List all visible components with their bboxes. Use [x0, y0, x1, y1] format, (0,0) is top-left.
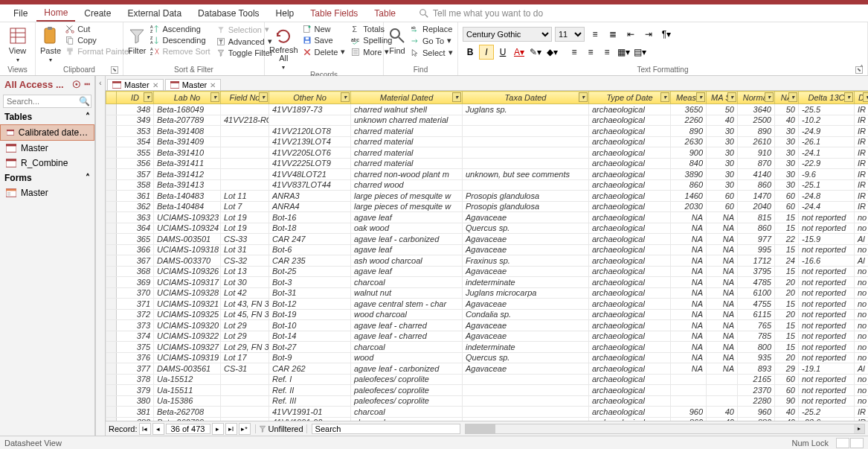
cell[interactable]: 15 — [775, 320, 799, 331]
cell[interactable]: not reported — [799, 266, 855, 277]
cell[interactable]: 378 — [117, 374, 154, 385]
cell[interactable]: 50 — [707, 104, 738, 115]
cell[interactable]: 377 — [117, 363, 154, 375]
table-row[interactable]: 364UCIAMS-109324Lot 19Bot-18oak woodQuer… — [106, 223, 869, 234]
cell[interactable]: Agavaceae — [463, 234, 589, 245]
row-selector[interactable] — [106, 342, 117, 353]
table-row[interactable]: 361Beta-140483Lot 11ANRA3large pieces of… — [106, 191, 869, 202]
cell[interactable] — [463, 126, 589, 137]
cell[interactable]: archaeological — [589, 287, 671, 299]
bold-button[interactable]: B — [463, 45, 478, 60]
first-record-button[interactable]: I◂ — [139, 423, 151, 435]
tab-table[interactable]: Table — [367, 6, 403, 21]
row-selector[interactable] — [106, 287, 117, 299]
data-grid[interactable]: ID▾Lab No▾Field No▾Other No▾Material Dat… — [106, 91, 868, 421]
cell[interactable] — [463, 374, 589, 385]
cell[interactable]: archaeological — [589, 136, 671, 147]
cell[interactable]: 60 — [775, 201, 799, 212]
delete-button[interactable]: Delete ▾ — [301, 46, 347, 57]
cell[interactable]: NA — [707, 309, 738, 320]
cell[interactable]: 910 — [738, 147, 775, 159]
cell[interactable]: archaeological — [589, 212, 671, 223]
cell[interactable]: 40 — [707, 115, 738, 126]
cell[interactable]: no — [855, 385, 869, 396]
column-header[interactable]: Normal▾ — [738, 92, 775, 104]
cell[interactable]: IR — [855, 407, 869, 418]
cell[interactable]: NA — [707, 255, 738, 267]
cell[interactable]: 362 — [117, 201, 154, 212]
cell[interactable]: agave leaf — [351, 244, 463, 255]
row-selector[interactable] — [106, 352, 117, 363]
cell[interactable]: archaeological — [589, 277, 671, 288]
cell[interactable]: 368 — [117, 266, 154, 277]
cell[interactable]: Al — [855, 255, 869, 267]
table-row[interactable]: 371UCIAMS-109321Lot 43, FN 34Bot-12agave… — [106, 299, 869, 310]
cell[interactable]: 348 — [117, 104, 154, 115]
cell[interactable]: no — [855, 299, 869, 310]
cell[interactable]: 374 — [117, 331, 154, 342]
cell[interactable]: 40 — [707, 407, 738, 418]
cell[interactable]: archaeological — [589, 331, 671, 342]
align-left-button[interactable]: ≡ — [567, 45, 582, 60]
column-dropdown-icon[interactable]: ▾ — [765, 92, 774, 102]
cell[interactable]: Bot-14 — [269, 331, 351, 342]
cell[interactable]: ANRA4 — [269, 201, 351, 212]
last-record-button[interactable]: ▸I — [225, 423, 237, 435]
cell[interactable]: no — [855, 212, 869, 223]
italic-button[interactable]: I — [479, 45, 494, 60]
cell[interactable]: 3640 — [738, 104, 775, 115]
tab-file[interactable]: File — [6, 6, 35, 21]
table-row[interactable]: 374UCIAMS-109322Lot 29Bot-14agave leaf -… — [106, 331, 869, 342]
cell[interactable] — [221, 169, 269, 180]
row-selector[interactable] — [106, 158, 117, 169]
cell[interactable]: 30 — [707, 126, 738, 137]
new-record-button[interactable]: ▸* — [239, 423, 251, 435]
cell[interactable]: Agavaceae — [463, 299, 589, 310]
cell[interactable]: IR — [855, 191, 869, 202]
row-selector[interactable] — [106, 363, 117, 375]
cell[interactable]: 6100 — [738, 287, 775, 299]
cell[interactable] — [463, 407, 589, 418]
cell[interactable]: wood charcoal — [351, 309, 463, 320]
column-dropdown-icon[interactable]: ▾ — [452, 92, 461, 102]
table-row[interactable]: 378Ua-15512Ref. Ipaleofeces/ coprolitear… — [106, 374, 869, 385]
cell[interactable]: Bot-12 — [269, 299, 351, 310]
cell[interactable]: agave leaf - carbonized — [351, 363, 463, 375]
cell[interactable]: 20 — [775, 287, 799, 299]
cell[interactable]: 376 — [117, 352, 154, 363]
cell[interactable]: Lot 31 — [221, 244, 269, 255]
cell[interactable]: archaeological — [589, 385, 671, 396]
cell[interactable]: 15 — [775, 244, 799, 255]
cell[interactable]: 2260 — [671, 115, 707, 126]
tab-table-fields[interactable]: Table Fields — [303, 6, 365, 21]
select-button[interactable]: Select ▾ — [409, 47, 454, 58]
cell[interactable]: archaeological — [589, 320, 671, 331]
cell[interactable]: NA — [671, 363, 707, 375]
cell[interactable]: agave leaf — [351, 266, 463, 277]
cell[interactable]: no — [855, 309, 869, 320]
descending-button[interactable]: ZADescending — [149, 35, 211, 45]
cell[interactable]: charred walnut shell — [351, 104, 463, 115]
cell[interactable]: not reported — [799, 320, 855, 331]
column-dropdown-icon[interactable]: ▾ — [210, 92, 219, 102]
table-row[interactable]: 363UCIAMS-109323Lot 19Bot-16agave leafAg… — [106, 212, 869, 223]
table-row[interactable]: 367DAMS-003370CS-32CAR 235ash wood charc… — [106, 255, 869, 267]
cell[interactable]: NA — [707, 363, 738, 375]
cell[interactable]: Agavaceae — [463, 363, 589, 375]
datasheet-view-button[interactable] — [836, 438, 849, 448]
cell[interactable]: 765 — [738, 320, 775, 331]
nav-search-input[interactable] — [4, 95, 77, 107]
row-selector[interactable] — [106, 191, 117, 202]
cell[interactable]: archaeological — [589, 407, 671, 418]
cell[interactable]: Lot 29, FN 34 — [221, 342, 269, 353]
table-row[interactable]: 380Ua-15386Ref. IIIpaleofeces/ coprolite… — [106, 395, 869, 407]
cell[interactable]: 24 — [775, 255, 799, 267]
gridlines-button[interactable]: ▦▾ — [616, 45, 631, 60]
cell[interactable]: Beta-140484 — [154, 201, 221, 212]
cell[interactable]: no — [855, 331, 869, 342]
cell[interactable]: -24.9 — [799, 126, 855, 137]
cell[interactable]: -25.1 — [799, 179, 855, 191]
cell[interactable]: IR — [855, 126, 869, 137]
find-button[interactable]: Find — [388, 24, 406, 55]
cell[interactable]: 41VV2139LOT4 — [269, 136, 351, 147]
